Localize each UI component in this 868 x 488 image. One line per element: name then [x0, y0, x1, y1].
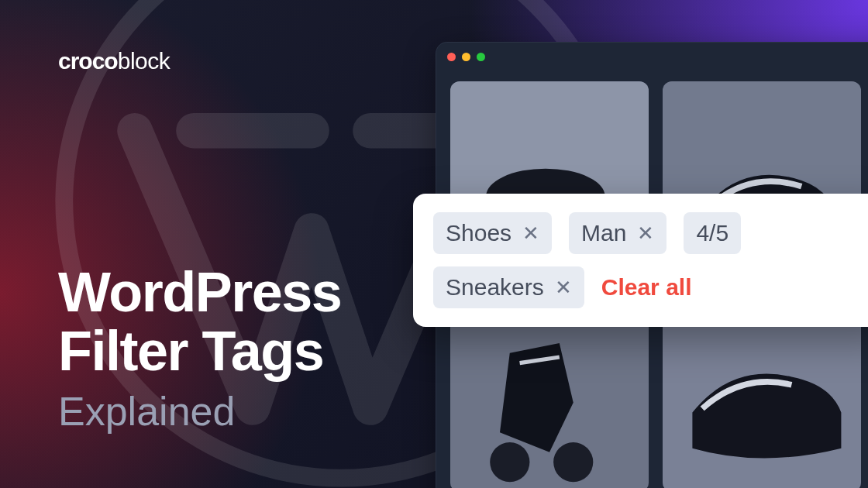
- headline-sub: Explained: [58, 388, 341, 435]
- svg-point-6: [553, 442, 593, 482]
- filter-tag[interactable]: 4/5: [684, 212, 741, 254]
- tag-label: Man: [581, 220, 626, 246]
- filter-tags-panel: Shoes ✕ Man ✕ 4/5 Sneakers ✕ Clear all: [413, 194, 868, 327]
- minimize-icon[interactable]: [462, 53, 470, 61]
- headline-line1: WordPress: [58, 261, 341, 323]
- filter-tag[interactable]: Shoes ✕: [433, 212, 552, 254]
- brand-logo: crocoblock: [58, 48, 170, 74]
- svg-point-5: [490, 442, 529, 482]
- brand-bold: croco: [58, 48, 118, 74]
- remove-tag-icon[interactable]: ✕: [522, 223, 539, 243]
- headline-title: WordPress Filter Tags: [58, 263, 341, 380]
- zoom-icon[interactable]: [477, 53, 485, 61]
- tag-label: Sneakers: [446, 274, 544, 301]
- tag-label: 4/5: [696, 220, 728, 246]
- filter-tag[interactable]: Man ✕: [569, 212, 666, 254]
- remove-tag-icon[interactable]: ✕: [555, 277, 572, 297]
- headline: WordPress Filter Tags Explained: [58, 263, 341, 435]
- filter-tag[interactable]: Sneakers ✕: [433, 266, 584, 308]
- tag-label: Shoes: [446, 220, 512, 246]
- remove-tag-icon[interactable]: ✕: [637, 223, 654, 243]
- headline-line2: Filter Tags: [58, 320, 323, 382]
- clear-all-button[interactable]: Clear all: [601, 274, 692, 301]
- window-titlebar: [436, 43, 868, 70]
- close-icon[interactable]: [447, 53, 456, 61]
- hero-stage: crocoblock WordPress Filter Tags Explain…: [0, 0, 868, 488]
- brand-light: block: [118, 48, 170, 74]
